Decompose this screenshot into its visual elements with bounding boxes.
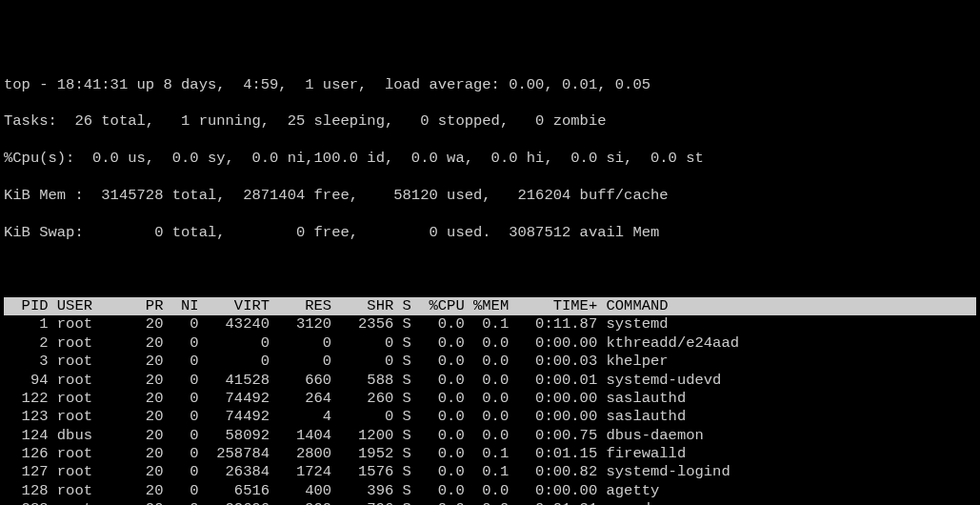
- process-row[interactable]: 124 dbus 20 0 58092 1404 1200 S 0.0 0.0 …: [4, 427, 976, 445]
- process-row[interactable]: 123 root 20 0 74492 4 0 S 0.0 0.0 0:00.0…: [4, 408, 976, 426]
- process-row[interactable]: 126 root 20 0 258784 2800 1952 S 0.0 0.1…: [4, 445, 976, 463]
- process-row[interactable]: 122 root 20 0 74492 264 260 S 0.0 0.0 0:…: [4, 390, 976, 408]
- summary-cpu: %Cpu(s): 0.0 us, 0.0 sy, 0.0 ni,100.0 id…: [4, 150, 976, 168]
- summary-uptime: top - 18:41:31 up 8 days, 4:59, 1 user, …: [4, 76, 976, 94]
- blank-line: [4, 260, 976, 278]
- process-row[interactable]: 2 root 20 0 0 0 0 S 0.0 0.0 0:00.00 kthr…: [4, 334, 976, 353]
- process-row[interactable]: 128 root 20 0 6516 400 396 S 0.0 0.0 0:0…: [4, 482, 976, 500]
- process-row[interactable]: 1 root 20 0 43240 3120 2356 S 0.0 0.1 0:…: [4, 315, 976, 333]
- process-list: 1 root 20 0 43240 3120 2356 S 0.0 0.1 0:…: [4, 315, 976, 505]
- process-row[interactable]: 3 root 20 0 0 0 0 S 0.0 0.0 0:00.03 khel…: [4, 353, 976, 371]
- process-row[interactable]: 94 root 20 0 41528 660 588 S 0.0 0.0 0:0…: [4, 372, 976, 390]
- summary-tasks: Tasks: 26 total, 1 running, 25 sleeping,…: [4, 112, 976, 131]
- column-header[interactable]: PID USER PR NI VIRT RES SHR S %CPU %MEM …: [4, 297, 976, 315]
- process-row[interactable]: 288 root 20 0 22696 900 796 S 0.0 0.0 0:…: [4, 500, 976, 505]
- summary-swap: KiB Swap: 0 total, 0 free, 0 used. 30875…: [4, 224, 976, 242]
- summary-mem: KiB Mem : 3145728 total, 2871404 free, 5…: [4, 187, 976, 205]
- process-row[interactable]: 127 root 20 0 26384 1724 1576 S 0.0 0.1 …: [4, 463, 976, 481]
